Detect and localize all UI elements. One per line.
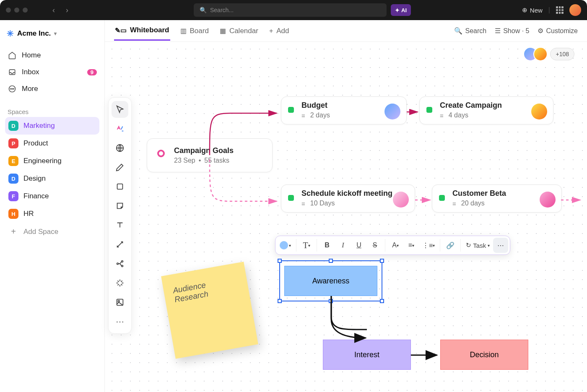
flow-node-interest[interactable]: Interest — [323, 340, 411, 370]
italic-button[interactable]: I — [335, 238, 351, 253]
sidebar-space-hr[interactable]: HHR — [5, 205, 99, 223]
flow-node-decision[interactable]: Decision — [440, 340, 528, 370]
sidebar: ✳ Acme Inc. ▾ Home Inbox 9 More Spaces D… — [0, 20, 105, 392]
tool-palette: ⋯ — [108, 97, 132, 334]
text-color-button[interactable]: A▾ — [388, 238, 403, 253]
tool-pointer[interactable] — [112, 101, 128, 118]
tool-sticky[interactable] — [112, 197, 128, 214]
workspace-logo-icon: ✳ — [7, 29, 14, 39]
align-button[interactable]: ≡▾ — [404, 238, 419, 253]
convert-task-button[interactable]: ↻Task▾ — [463, 238, 492, 253]
collaborators-more[interactable]: +108 — [550, 48, 574, 60]
space-label: HR — [23, 210, 34, 218]
ellipsis-icon — [8, 85, 17, 93]
sticky-note[interactable]: Audience Research — [161, 262, 258, 359]
global-search-input[interactable]: 🔍 Search... — [194, 3, 387, 17]
space-label: Engineering — [23, 157, 62, 165]
tool-shape[interactable] — [112, 178, 128, 195]
tool-connector[interactable] — [112, 236, 128, 253]
space-badge: F — [8, 191, 18, 201]
status-indicator — [439, 195, 445, 201]
tool-task[interactable] — [112, 120, 128, 137]
svg-point-3 — [13, 88, 14, 89]
assignee-avatar[interactable] — [540, 192, 556, 208]
task-card-budget[interactable]: Budget ≡2 days — [281, 96, 407, 125]
space-badge: H — [8, 209, 18, 219]
sidebar-space-engineering[interactable]: EEngineering — [5, 152, 99, 170]
svg-point-8 — [122, 265, 123, 267]
assignee-avatar[interactable] — [393, 192, 409, 208]
task-card-customer-beta[interactable]: Customer Beta ≡20 days — [432, 184, 562, 213]
list-button[interactable]: ⋮≡▾ — [420, 238, 437, 253]
whiteboard-icon: ✎▭ — [115, 26, 127, 34]
tool-ai[interactable] — [112, 275, 128, 291]
assignee-avatar[interactable] — [384, 104, 400, 119]
search-button[interactable]: 🔍Search — [454, 27, 486, 35]
nav-back-button[interactable]: ‹ — [48, 4, 60, 16]
tool-pen[interactable] — [112, 159, 128, 176]
tool-more[interactable]: ⋯ — [112, 313, 128, 330]
task-title: Customer Beta — [452, 189, 555, 198]
status-indicator — [288, 107, 294, 113]
main-area: ✎▭ Whiteboard ▥ Board ▦ Calendar + Add 🔍… — [105, 20, 587, 392]
workspace-switcher[interactable]: ✳ Acme Inc. ▾ — [5, 26, 99, 41]
apps-grid-icon[interactable] — [556, 6, 564, 14]
user-avatar[interactable] — [569, 4, 581, 16]
tool-web[interactable] — [112, 140, 128, 156]
inbox-badge: 9 — [87, 69, 97, 75]
sidebar-item-home[interactable]: Home — [5, 47, 99, 64]
flow-arrow — [411, 350, 444, 363]
space-label: Finance — [23, 192, 49, 200]
sidebar-space-design[interactable]: DDesign — [5, 170, 99, 187]
strikethrough-button[interactable]: S — [367, 238, 382, 253]
sidebar-item-label: Inbox — [22, 68, 39, 76]
search-icon: 🔍 — [200, 7, 207, 13]
tab-board[interactable]: ▥ Board — [179, 22, 210, 40]
tab-add-view[interactable]: + Add — [268, 22, 290, 40]
description-icon: ≡ — [440, 112, 444, 119]
svg-point-1 — [10, 88, 11, 89]
status-indicator — [288, 195, 294, 201]
description-icon: ≡ — [452, 200, 456, 207]
fill-color-button[interactable]: ▾ — [277, 238, 294, 253]
customize-button[interactable]: ⚙Customize — [538, 27, 578, 35]
flow-arrow — [328, 296, 374, 344]
underline-button[interactable]: U — [351, 238, 366, 253]
new-button[interactable]: ⊕ New — [522, 6, 543, 14]
plus-circle-icon: ⊕ — [522, 6, 527, 14]
tool-text[interactable] — [112, 217, 128, 234]
home-icon — [8, 51, 17, 60]
task-card-create-campaign[interactable]: Create Campaign ≡4 days — [419, 96, 553, 125]
tool-image[interactable] — [112, 294, 128, 311]
sidebar-space-marketing[interactable]: DMarketing — [5, 117, 99, 135]
bold-button[interactable]: B — [319, 238, 335, 253]
whiteboard-canvas[interactable]: +108 ⋯ Campaign Goals 23 — [105, 42, 587, 392]
toolbar-more-button[interactable]: ⋯ — [493, 238, 508, 253]
space-label: Design — [23, 174, 46, 183]
window-controls — [6, 8, 28, 13]
workspace-name: Acme Inc. — [17, 29, 51, 38]
ai-button[interactable]: ✦ AI — [391, 4, 411, 16]
nav-forward-button[interactable]: › — [61, 4, 73, 16]
collaborator-avatar[interactable] — [533, 47, 548, 61]
tool-mindmap[interactable] — [112, 255, 128, 272]
tab-calendar[interactable]: ▦ Calendar — [219, 22, 259, 40]
sidebar-space-product[interactable]: PProduct — [5, 135, 99, 152]
board-icon: ▥ — [180, 27, 187, 35]
font-button[interactable]: T▾ — [299, 238, 314, 253]
view-tabbar: ✎▭ Whiteboard ▥ Board ▦ Calendar + Add 🔍… — [105, 20, 587, 42]
add-space-button[interactable]: + Add Space — [5, 223, 99, 241]
show-button[interactable]: ☰Show · 5 — [495, 27, 529, 35]
tab-whiteboard[interactable]: ✎▭ Whiteboard — [114, 21, 170, 41]
flow-node-awareness[interactable]: Awareness — [284, 266, 377, 296]
sidebar-item-more[interactable]: More — [5, 80, 99, 97]
sidebar-space-finance[interactable]: FFinance — [5, 187, 99, 205]
goal-card[interactable]: Campaign Goals 23 Sep•55 tasks — [147, 138, 273, 172]
sticky-text: Audience Research — [172, 280, 209, 304]
goal-status-icon — [157, 150, 165, 157]
assignee-avatar[interactable] — [531, 104, 547, 119]
task-card-kickoff[interactable]: Schedule kickoff meeting ≡10 Days — [281, 184, 415, 213]
space-badge: D — [8, 121, 18, 131]
link-button[interactable]: 🔗 — [443, 238, 458, 253]
sidebar-item-inbox[interactable]: Inbox 9 — [5, 64, 99, 80]
